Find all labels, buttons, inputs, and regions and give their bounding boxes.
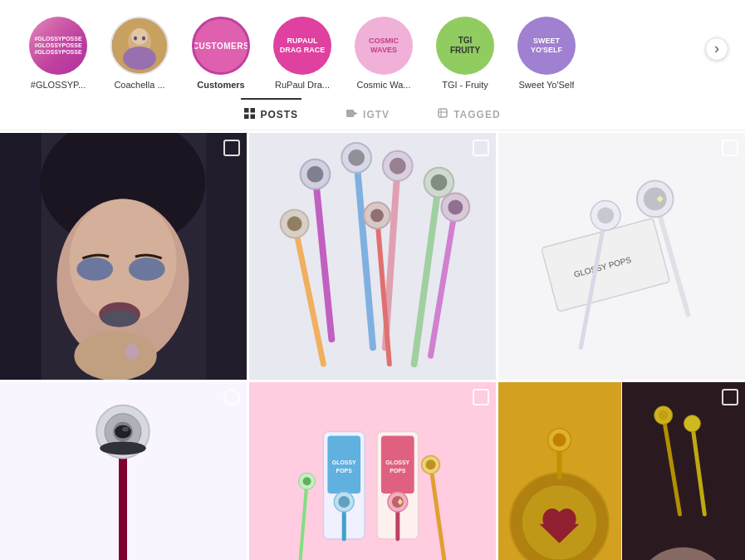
svg-point-2 <box>123 47 156 70</box>
grid-item-1[interactable] <box>0 133 247 380</box>
stories-row: #GLOSSYPOSSE#GLOSSYPOSSE#GLOSSYPOSSE #GL… <box>0 0 745 98</box>
grid-icon <box>244 108 255 121</box>
story-label-cosmic: Cosmic Wa... <box>357 80 411 90</box>
story-label-rupaul: RuPaul Dra... <box>275 80 330 90</box>
grid-checkbox-4[interactable] <box>223 389 240 405</box>
svg-rect-6 <box>244 108 249 113</box>
svg-point-90 <box>303 477 311 485</box>
svg-point-76 <box>338 496 350 508</box>
svg-point-48 <box>370 209 384 222</box>
svg-rect-8 <box>244 115 249 120</box>
tag-icon <box>438 108 448 121</box>
svg-point-20 <box>101 311 138 327</box>
svg-point-65 <box>122 427 129 432</box>
grid-checkbox-1[interactable] <box>223 140 240 156</box>
svg-rect-24 <box>0 133 42 380</box>
story-label-glossy: #GLOSSYP... <box>31 80 86 90</box>
svg-point-87 <box>426 459 436 469</box>
svg-rect-9 <box>251 115 256 120</box>
svg-text:POPS: POPS <box>336 468 353 474</box>
tab-tagged-label: TAGGED <box>453 109 500 120</box>
tab-igtv[interactable]: IGTV <box>343 98 393 130</box>
svg-point-103 <box>659 410 669 420</box>
svg-text:POPS: POPS <box>390 468 406 474</box>
grid-item-5[interactable]: GLOSSY POPS GLOSSY POPS <box>249 382 496 560</box>
tab-tagged[interactable]: TAGGED <box>434 98 503 130</box>
grid-checkbox-2[interactable] <box>473 140 489 156</box>
svg-point-42 <box>287 216 302 231</box>
tab-igtv-label: IGTV <box>363 109 390 120</box>
svg-point-36 <box>390 158 406 174</box>
story-label-tgi: TGI - Fruity <box>442 80 488 90</box>
image-grid: GLOSSY POPS <box>0 130 745 560</box>
svg-point-58 <box>597 207 614 224</box>
svg-point-26 <box>125 343 139 360</box>
tabs-row: POSTS IGTV TAGGED <box>0 98 745 130</box>
story-item-sweet[interactable]: SWEETYO'SELF Sweet Yo'Self <box>513 17 580 90</box>
story-item-coachella[interactable]: Coachella ... <box>106 17 173 90</box>
story-item-customers[interactable]: CUSTOMERS Customers <box>188 17 254 90</box>
story-label-sweet: Sweet Yo'Self <box>519 80 575 90</box>
svg-rect-25 <box>206 133 247 380</box>
grid-checkbox-3[interactable] <box>722 140 738 156</box>
grid-checkbox-5[interactable] <box>473 389 489 405</box>
grid-item-6[interactable] <box>498 382 745 560</box>
svg-rect-69 <box>249 382 496 560</box>
svg-point-4 <box>134 37 137 41</box>
svg-point-105 <box>684 415 700 432</box>
grid-item-3[interactable]: GLOSSY POPS <box>498 133 745 380</box>
tab-posts[interactable]: POSTS <box>241 98 301 130</box>
svg-point-45 <box>448 199 463 214</box>
video-icon <box>346 108 358 121</box>
svg-point-22 <box>129 258 165 281</box>
svg-point-99 <box>553 434 566 447</box>
grid-item-4[interactable] <box>0 382 247 560</box>
svg-point-21 <box>76 258 113 281</box>
svg-rect-10 <box>346 110 354 117</box>
svg-point-23 <box>74 331 156 380</box>
svg-point-64 <box>115 425 131 439</box>
svg-text:GLOSSY: GLOSSY <box>385 459 409 465</box>
grid-item-2[interactable] <box>249 133 496 380</box>
grid-checkbox-6[interactable] <box>722 389 738 405</box>
story-label-customers: Customers <box>197 80 244 90</box>
svg-rect-7 <box>251 108 256 113</box>
tab-posts-label: POSTS <box>260 109 298 120</box>
svg-point-39 <box>431 174 448 191</box>
story-item-glossy[interactable]: #GLOSSYPOSSE#GLOSSYPOSSE#GLOSSYPOSSE #GL… <box>25 17 91 90</box>
svg-point-3 <box>131 28 148 45</box>
svg-point-66 <box>100 442 146 455</box>
svg-rect-12 <box>439 109 447 117</box>
svg-point-33 <box>348 150 365 166</box>
stories-next-button[interactable] <box>705 37 728 61</box>
svg-marker-11 <box>354 111 358 115</box>
story-item-tgi[interactable]: TGIFRUITY TGI - Fruity <box>432 17 498 90</box>
story-label-coachella: Coachella ... <box>114 80 164 90</box>
svg-point-5 <box>142 37 145 41</box>
svg-point-30 <box>307 166 324 183</box>
story-item-rupaul[interactable]: RUPAULDRAG RACE RuPaul Dra... <box>269 17 336 90</box>
story-item-cosmic[interactable]: COSMICWAVES Cosmic Wa... <box>350 17 417 90</box>
svg-text:GLOSSY: GLOSSY <box>332 459 356 465</box>
